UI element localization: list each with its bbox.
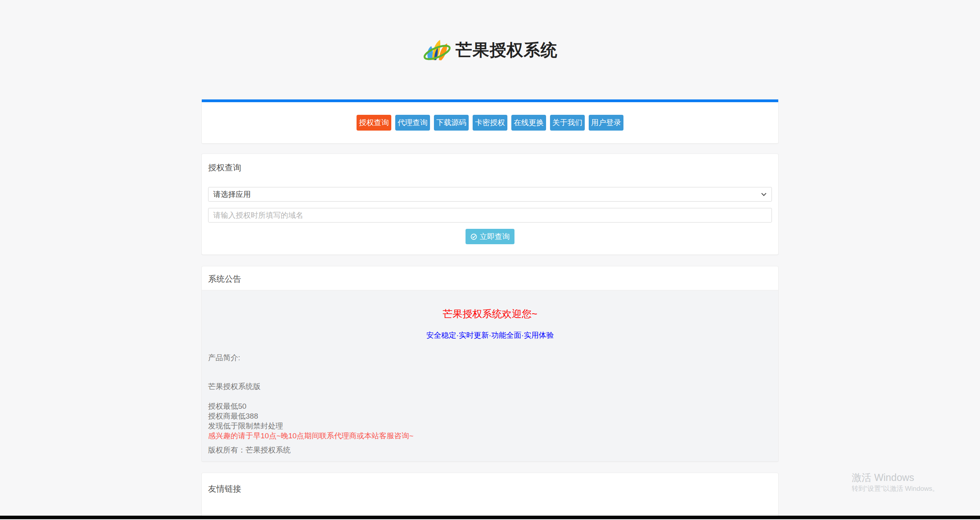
announcement-product-name: 芒果授权系统版 (208, 383, 772, 391)
announcement-intro-label: 产品简介: (208, 354, 772, 362)
nav-item-user-login[interactable]: 用户登录 (589, 115, 623, 131)
announcement-line-auth-min: 授权最低50 (208, 401, 772, 411)
announcement-headline: 芒果授权系统欢迎您~ (208, 309, 772, 319)
announcement-copyright: 版权所有：芒果授权系统 (208, 446, 772, 454)
announcement-price-lines: 授权最低50 授权商最低388 发现低于限制禁封处理 感兴趣的请于早10点~晚1… (208, 401, 772, 441)
query-submit-button[interactable]: 立即查询 (466, 229, 514, 244)
nav-item-auth-query[interactable]: 授权查询 (357, 115, 391, 131)
app-select-wrap: 请选择应用 (208, 187, 772, 202)
windows-activation-watermark: 激活 Windows 转到“设置”以激活 Windows。 (852, 472, 939, 492)
nav-item-about-us[interactable]: 关于我们 (550, 115, 585, 131)
top-accent-bar (202, 99, 778, 102)
check-circle-icon (470, 233, 477, 240)
friend-links-card: 友情链接 (201, 473, 779, 516)
main-nav: 授权查询 代理查询 下载源码 卡密授权 在线更换 关于我们 用户登录 (202, 102, 778, 143)
announcement-line-warning: 发现低于限制禁封处理 (208, 421, 772, 431)
bottom-black-bar (0, 516, 980, 519)
nav-item-agent-query[interactable]: 代理查询 (395, 115, 430, 131)
site-title: 芒果授权系统 (456, 39, 558, 61)
nav-item-card-key-auth[interactable]: 卡密授权 (473, 115, 507, 131)
app-select[interactable]: 请选择应用 (208, 187, 772, 202)
page: 芒果授权系统 授权查询 代理查询 下载源码 卡密授权 在线更换 关于我们 用户登… (0, 0, 980, 516)
auth-query-card-title: 授权查询 (208, 163, 772, 172)
nav-item-online-replace[interactable]: 在线更换 (511, 115, 546, 131)
announcement-body: 芒果授权系统欢迎您~ 安全稳定·实时更新·功能全面·实用体验 产品简介: 芒果授… (202, 290, 778, 461)
auth-query-card: 授权查询 请选择应用 立即查询 (201, 153, 779, 255)
watermark-line1: 激活 Windows (852, 472, 939, 483)
announcement-card: 系统公告 芒果授权系统欢迎您~ 安全稳定·实时更新·功能全面·实用体验 产品简介… (201, 266, 779, 462)
announcement-card-title: 系统公告 (202, 266, 778, 290)
query-submit-label: 立即查询 (480, 232, 510, 242)
watermark-line2: 转到“设置”以激活 Windows。 (852, 485, 939, 492)
announcement-line-contact: 感兴趣的请于早10点~晚10点期间联系代理商或本站客服咨询~ (208, 431, 772, 441)
site-header: 芒果授权系统 (0, 0, 980, 65)
content-container: 授权查询 代理查询 下载源码 卡密授权 在线更换 关于我们 用户登录 授权查询 … (201, 99, 779, 516)
submit-row: 立即查询 (208, 229, 772, 244)
announcement-tagline: 安全稳定·实时更新·功能全面·实用体验 (208, 331, 772, 339)
nav-item-download-source[interactable]: 下载源码 (434, 115, 469, 131)
announcement-line-agent-min: 授权商最低388 (208, 411, 772, 421)
mango-logo-icon (422, 36, 452, 65)
domain-input[interactable] (208, 208, 772, 223)
nav-bar-card: 授权查询 代理查询 下载源码 卡密授权 在线更换 关于我们 用户登录 (201, 99, 779, 144)
friend-links-title: 友情链接 (208, 484, 772, 493)
